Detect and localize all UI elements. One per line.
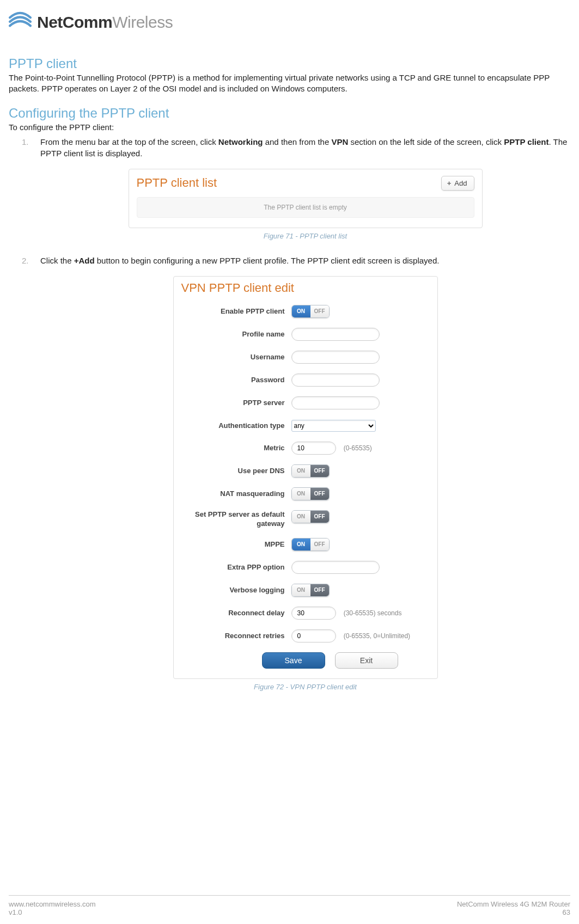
input-reconnect-retries[interactable] [291,629,336,642]
select-auth-type[interactable]: any [291,420,376,432]
label-profile-name: Profile name [181,330,291,339]
add-button[interactable]: + Add [441,176,474,191]
page-footer: www.netcommwireless.com v1.0 NetComm Wir… [9,895,570,916]
input-profile-name[interactable] [291,328,380,341]
figure-72-caption: Figure 72 - VPN PPTP client edit [254,682,357,692]
toggle-on: ON [292,511,310,523]
config-intro: To configure the PPTP client: [9,122,570,133]
footer-product: NetComm Wireless 4G M2M Router [457,900,570,908]
toggle-enable-pptp[interactable]: ON OFF [291,305,330,318]
step-1: From the menu bar at the top of the scre… [40,136,570,242]
footer-page: 63 [457,908,570,916]
toggle-nat[interactable]: ON OFF [291,487,330,500]
empty-list-message: The PPTP client list is empty [137,197,474,218]
netcomm-logo-icon [9,10,32,34]
input-pptp-server[interactable] [291,396,380,409]
hint-reconnect-delay: (30-65535) seconds [344,609,402,617]
step-2: Click the +Add button to begin configuri… [40,255,570,692]
hint-reconnect-retries: (0-65535, 0=Unlimited) [344,632,410,640]
toggle-off: OFF [310,511,329,523]
toggle-off: OFF [310,584,329,596]
pptp-client-list-panel: PPTP client list + Add The PPTP client l… [129,169,483,229]
footer-version: v1.0 [9,908,96,916]
toggle-off: OFF [310,488,329,500]
label-username: Username [181,353,291,362]
toggle-on: ON [292,584,310,596]
toggle-off: OFF [310,305,329,317]
label-peer-dns: Use peer DNS [181,467,291,475]
label-verbose: Verbose logging [181,586,291,595]
label-extra-ppp: Extra PPP option [181,563,291,572]
label-mppe: MPPE [181,540,291,549]
input-password[interactable] [291,374,380,387]
toggle-on: ON [292,465,310,477]
brand-name: NetCommWireless [37,13,173,32]
toggle-verbose[interactable]: ON OFF [291,584,330,597]
footer-url: www.netcommwireless.com [9,900,96,908]
input-username[interactable] [291,351,380,364]
toggle-mppe[interactable]: ON OFF [291,538,330,551]
hint-metric: (0-65535) [344,444,372,452]
label-nat: NAT masquerading [181,489,291,498]
input-extra-ppp[interactable] [291,561,380,574]
toggle-on: ON [292,539,310,550]
panel-edit-title: VPN PPTP client edit [181,280,430,297]
label-auth-type: Authentication type [181,421,291,430]
brand-light: Wireless [112,13,173,31]
plus-icon: + [447,179,452,187]
brand-logo: NetCommWireless [9,10,570,34]
toggle-off: OFF [310,465,329,477]
label-password: Password [181,376,291,384]
figure-71-caption: Figure 71 - PPTP client list [264,231,347,241]
heading-configuring: Configuring the PPTP client [9,106,570,121]
toggle-on: ON [292,488,310,500]
panel-title: PPTP client list [137,175,217,192]
toggle-off: OFF [310,539,329,550]
pptp-client-description: The Point-to-Point Tunnelling Protocol (… [9,72,570,95]
input-reconnect-delay[interactable] [291,607,336,620]
toggle-on: ON [292,305,310,317]
input-metric[interactable] [291,442,336,455]
pptp-client-edit-panel: VPN PPTP client edit Enable PPTP client … [173,276,438,679]
brand-bold: NetComm [37,13,112,31]
label-metric: Metric [181,444,291,452]
heading-pptp-client: PPTP client [9,56,570,71]
label-reconnect-delay: Reconnect delay [181,609,291,617]
exit-button[interactable]: Exit [335,652,398,669]
label-reconnect-retries: Reconnect retries [181,632,291,640]
toggle-peer-dns[interactable]: ON OFF [291,464,330,478]
label-enable: Enable PPTP client [181,307,291,316]
label-pptp-server: PPTP server [181,399,291,407]
save-button[interactable]: Save [262,652,325,669]
toggle-default-gateway[interactable]: ON OFF [291,510,330,523]
label-default-gateway: Set PPTP server as default gateway [181,510,291,528]
add-button-label: Add [454,179,467,187]
